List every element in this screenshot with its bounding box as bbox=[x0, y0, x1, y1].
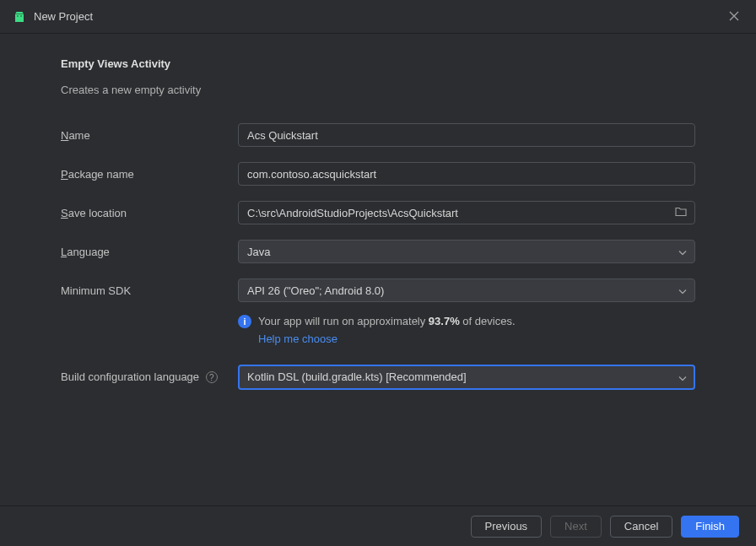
package-input[interactable] bbox=[238, 162, 695, 186]
svg-point-1 bbox=[20, 15, 21, 16]
sdk-help-row: i Your app will run on approximately 93.… bbox=[61, 314, 695, 348]
help-me-choose-link[interactable]: Help me choose bbox=[258, 332, 516, 348]
row-language: Language Java bbox=[61, 240, 695, 263]
save-location-input[interactable] bbox=[238, 201, 695, 224]
minimum-sdk-select[interactable]: API 26 ("Oreo"; Android 8.0) bbox=[238, 278, 695, 302]
page-description: Creates a new empty activity bbox=[61, 84, 695, 96]
page-title: Empty Views Activity bbox=[61, 57, 695, 70]
close-icon[interactable] bbox=[726, 8, 742, 25]
dialog-content: Empty Views Activity Creates a new empty… bbox=[0, 34, 756, 422]
label-build-config: Build configuration language ? bbox=[61, 370, 238, 384]
language-select[interactable]: Java bbox=[238, 240, 695, 263]
label-minimum-sdk: Minimum SDK bbox=[61, 284, 238, 297]
label-package: Package name bbox=[61, 168, 238, 181]
row-package: Package name bbox=[61, 162, 695, 186]
info-icon: i bbox=[238, 315, 251, 328]
dialog-footer: Previous Next Cancel Finish bbox=[0, 505, 756, 546]
row-save-location: Save location bbox=[61, 201, 695, 224]
cancel-button[interactable]: Cancel bbox=[610, 516, 672, 538]
finish-button[interactable]: Finish bbox=[681, 516, 739, 538]
name-input[interactable] bbox=[238, 123, 695, 147]
build-config-select[interactable]: Kotlin DSL (build.gradle.kts) [Recommend… bbox=[238, 365, 695, 390]
label-name: Name bbox=[61, 129, 238, 142]
label-language: Language bbox=[61, 246, 238, 258]
next-button: Next bbox=[550, 516, 602, 538]
row-minimum-sdk: Minimum SDK API 26 ("Oreo"; Android 8.0) bbox=[61, 278, 695, 302]
svg-point-0 bbox=[17, 15, 18, 16]
label-save-location: Save location bbox=[61, 207, 238, 219]
app-icon bbox=[14, 11, 25, 23]
titlebar: New Project bbox=[0, 0, 756, 34]
row-build-config: Build configuration language ? Kotlin DS… bbox=[61, 365, 695, 390]
sdk-help-text: Your app will run on approximately 93.7%… bbox=[258, 314, 516, 348]
window-title: New Project bbox=[34, 10, 726, 23]
previous-button[interactable]: Previous bbox=[471, 516, 543, 538]
row-name: Name bbox=[61, 123, 695, 147]
help-icon[interactable]: ? bbox=[206, 371, 218, 383]
browse-folder-icon[interactable] bbox=[675, 207, 687, 219]
